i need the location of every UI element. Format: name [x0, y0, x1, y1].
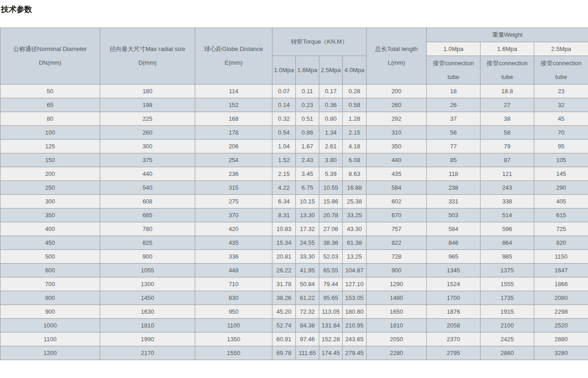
table-cell: 43.30	[343, 222, 367, 236]
table-cell: 58	[481, 126, 534, 140]
table-cell: 300	[0, 195, 100, 209]
table-cell: 864	[481, 236, 534, 250]
table-cell: 375	[100, 153, 195, 167]
table-cell: 174.45	[319, 346, 343, 360]
header-total-length: 总长Total length L(mm)	[367, 28, 427, 85]
table-cell: 1055	[100, 264, 195, 277]
table-cell: 500	[0, 250, 100, 264]
table-row: 3506853708.3113.3020.7833.25670503514615	[0, 209, 588, 222]
header-row-top: 公称通径Norminal Diameter DN(mm) 径向最大尺寸Max r…	[0, 28, 588, 42]
table-cell: 85	[427, 153, 481, 167]
table-cell: 50	[0, 85, 100, 98]
table-cell: 31.78	[272, 277, 296, 291]
table-cell: 1915	[481, 305, 534, 319]
table-cell: 2425	[481, 333, 534, 346]
table-row: 651981520.140.230.360.58260262732	[0, 98, 588, 112]
table-cell: 514	[481, 209, 534, 222]
table-cell: 1.28	[343, 112, 367, 126]
table-cell: 260	[100, 126, 195, 140]
table-cell: 1000	[0, 319, 100, 333]
table-cell: 2795	[427, 346, 481, 360]
table-cell: 114	[195, 85, 272, 98]
technical-parameters-table: 公称通径Norminal Diameter DN(mm) 径向最大尺寸Max r…	[0, 28, 588, 360]
table-cell: 4.22	[272, 181, 296, 195]
header-torque-pressure-4: 4.0Mpa	[343, 56, 367, 85]
table-cell: 95	[534, 140, 588, 153]
table-cell: 602	[367, 195, 427, 209]
table-cell: 0.58	[343, 98, 367, 112]
table-row: 600105544826.2241.9565.55104.87900134513…	[0, 264, 588, 277]
header-connection-tube-2-line2: tube	[481, 70, 534, 84]
table-cell: 448	[195, 264, 272, 277]
table-cell: 238	[427, 181, 481, 195]
header-max-radial-size-line1: 径向最大尺寸Max radial size	[100, 42, 195, 56]
table-cell: 18.8	[481, 85, 534, 98]
table-cell: 405	[534, 195, 588, 209]
table-cell: 400	[0, 222, 100, 236]
table-cell: 45.20	[272, 305, 296, 319]
header-globe-distance-line1: 球心距Globe Distance	[195, 42, 272, 56]
table-cell: 1290	[367, 277, 427, 291]
table-cell: 70	[534, 126, 588, 140]
table-cell: 825	[100, 236, 195, 250]
table-cell: 152	[195, 98, 272, 112]
table-cell: 820	[534, 236, 588, 250]
table-cell: 118	[427, 167, 481, 181]
table-cell: 38.36	[319, 236, 343, 250]
table-row: 1253002061.041.672.614.18350777995	[0, 140, 588, 153]
table-cell: 72.32	[296, 305, 319, 319]
header-torque-pressure-3: 2.5Mpa	[319, 56, 343, 85]
table-cell: 503	[427, 209, 481, 222]
table-cell: 1550	[195, 346, 272, 360]
table-cell: 17.32	[296, 222, 319, 236]
table-cell: 440	[100, 167, 195, 181]
table-cell: 0.51	[296, 112, 319, 126]
table-cell: 1630	[100, 305, 195, 319]
table-cell: 0.07	[272, 85, 296, 98]
table-cell: 608	[100, 195, 195, 209]
table-cell: 830	[195, 291, 272, 305]
table-cell: 310	[367, 126, 427, 140]
table-cell: 150	[0, 153, 100, 167]
header-connection-tube-1-line2: tube	[427, 70, 480, 84]
table-cell: 168	[195, 112, 272, 126]
table-cell: 965	[427, 250, 481, 264]
table-cell: 0.17	[319, 85, 343, 98]
table-cell: 1647	[534, 264, 588, 277]
table-cell: 0.14	[272, 98, 296, 112]
table-cell: 780	[100, 222, 195, 236]
header-nominal-diameter: 公称通径Norminal Diameter DN(mm)	[0, 28, 100, 85]
table-cell: 4.18	[343, 140, 367, 153]
table-cell: 87	[481, 153, 534, 167]
header-connection-tube-2: 接管connection tube	[481, 56, 534, 85]
table-cell: 50.84	[296, 277, 319, 291]
table-cell: 0.32	[272, 112, 296, 126]
table-cell: 79.44	[319, 277, 343, 291]
table-cell: 0.86	[296, 126, 319, 140]
table-cell: 1990	[100, 333, 195, 346]
table-cell: 336	[195, 250, 272, 264]
table-cell: 1.04	[272, 140, 296, 153]
header-connection-tube-3-line1: 接管connection	[534, 56, 588, 70]
table-cell: 0.54	[272, 126, 296, 140]
table-cell: 1200	[0, 346, 100, 360]
table-cell: 23	[534, 85, 588, 98]
table-cell: 243.65	[343, 333, 367, 346]
table-cell: 2298	[534, 305, 588, 319]
table-cell: 2.15	[272, 167, 296, 181]
table-cell: 2058	[427, 319, 481, 333]
table-cell: 0.28	[343, 85, 367, 98]
table-cell: 2050	[367, 333, 427, 346]
table-cell: 3.80	[319, 153, 343, 167]
table-cell: 985	[481, 250, 534, 264]
table-cell: 2370	[427, 333, 481, 346]
table-cell: 15.86	[319, 195, 343, 209]
table-cell: 60.91	[272, 333, 296, 346]
table-cell: 350	[367, 140, 427, 153]
table-body: 501801140.070.110.170.282001818.82365198…	[0, 85, 588, 360]
table-cell: 338	[481, 195, 534, 209]
table-cell: 84.38	[296, 319, 319, 333]
table-cell: 584	[367, 181, 427, 195]
table-cell: 1375	[481, 264, 534, 277]
table-cell: 52.74	[272, 319, 296, 333]
